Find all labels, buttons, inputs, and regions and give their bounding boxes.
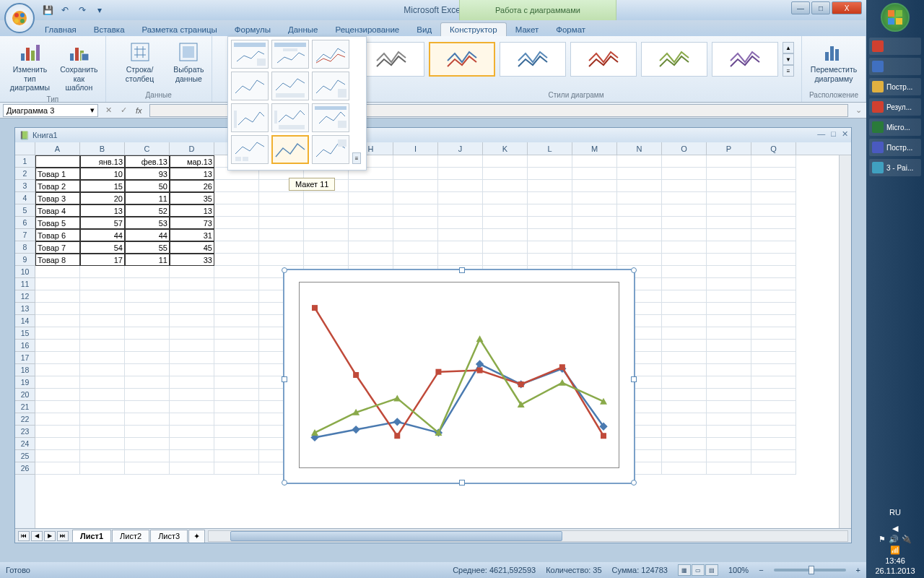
cell-P14[interactable] <box>707 315 751 327</box>
cell-A26[interactable] <box>35 462 80 475</box>
name-box-dropdown-icon[interactable]: ▾ <box>90 105 95 115</box>
cell-Q4[interactable] <box>751 192 796 204</box>
cell-P24[interactable] <box>707 438 751 450</box>
cell-G8[interactable] <box>304 241 349 254</box>
col-header-M[interactable]: M <box>572 142 617 155</box>
cell-D21[interactable] <box>170 401 214 413</box>
col-header-D[interactable]: D <box>170 142 214 155</box>
cell-H9[interactable] <box>349 254 393 266</box>
cell-L4[interactable] <box>528 192 572 204</box>
cell-L1[interactable] <box>528 155 572 168</box>
cell-C4[interactable]: 11 <box>125 192 170 204</box>
qat-dropdown-icon[interactable]: ▾ <box>92 3 107 17</box>
cell-Q3[interactable] <box>751 180 796 192</box>
cell-D3[interactable]: 26 <box>170 180 214 192</box>
cell-D9[interactable]: 33 <box>170 254 214 266</box>
cell-E21[interactable] <box>214 401 259 413</box>
row-header-3[interactable]: 3 <box>15 180 35 192</box>
cell-J3[interactable] <box>438 180 483 192</box>
cell-M2[interactable] <box>572 168 617 180</box>
view-page-break[interactable]: ▤ <box>705 564 718 576</box>
tab-formulas[interactable]: Формулы <box>226 23 279 36</box>
cell-D14[interactable] <box>170 315 214 327</box>
layout-1[interactable] <box>231 40 269 69</box>
cell-Q17[interactable] <box>751 352 796 364</box>
col-header-O[interactable]: O <box>662 142 707 155</box>
cell-K9[interactable] <box>483 254 528 266</box>
cell-F7[interactable] <box>259 229 304 241</box>
cell-K2[interactable] <box>483 168 528 180</box>
cell-A13[interactable] <box>35 303 80 315</box>
cell-K3[interactable] <box>483 180 528 192</box>
cell-N4[interactable] <box>617 192 662 204</box>
cell-P17[interactable] <box>707 352 751 364</box>
chart-handle-t[interactable] <box>459 267 465 273</box>
cell-E26[interactable] <box>214 462 259 475</box>
cell-D22[interactable] <box>170 413 214 426</box>
cell-B14[interactable] <box>80 315 125 327</box>
row-header-9[interactable]: 9 <box>15 254 35 266</box>
cell-B8[interactable]: 54 <box>80 241 125 254</box>
cell-D20[interactable] <box>170 389 214 401</box>
cell-L3[interactable] <box>528 180 572 192</box>
row-header-21[interactable]: 21 <box>15 401 35 413</box>
cell-A16[interactable] <box>35 340 80 352</box>
layout-3[interactable] <box>312 40 349 69</box>
cell-Q20[interactable] <box>751 389 796 401</box>
cell-C3[interactable]: 50 <box>125 180 170 192</box>
layout-12[interactable] <box>312 135 349 164</box>
cell-O10[interactable] <box>662 266 707 278</box>
cell-O5[interactable] <box>662 204 707 217</box>
cell-B22[interactable] <box>80 413 125 426</box>
start-button[interactable] <box>881 3 910 32</box>
cell-N3[interactable] <box>617 180 662 192</box>
cell-O16[interactable] <box>662 340 707 352</box>
chart-handle-b[interactable] <box>459 480 465 486</box>
cell-E9[interactable] <box>214 254 259 266</box>
layout-9[interactable] <box>312 103 349 132</box>
cell-C10[interactable] <box>125 266 170 278</box>
chart-style-6[interactable] <box>712 42 778 77</box>
cell-I7[interactable] <box>393 229 438 241</box>
cell-P3[interactable] <box>707 180 751 192</box>
save-template-button[interactable]: Сохранить как шаблон <box>57 39 101 94</box>
cell-B21[interactable] <box>80 401 125 413</box>
tray-network-icon[interactable]: 📶 <box>890 545 900 555</box>
row-header-13[interactable]: 13 <box>15 303 35 315</box>
cell-O6[interactable] <box>662 217 707 229</box>
taskbar-item-5[interactable]: 3 - Pai... <box>869 159 921 176</box>
cell-E7[interactable] <box>214 229 259 241</box>
layout-11[interactable] <box>271 135 309 164</box>
sheet-nav-next[interactable]: ▶ <box>44 531 56 541</box>
cell-Q10[interactable] <box>751 266 796 278</box>
cell-B20[interactable] <box>80 389 125 401</box>
cell-E14[interactable] <box>214 315 259 327</box>
vertical-scrollbar[interactable] <box>839 155 851 528</box>
cell-D24[interactable] <box>170 438 214 450</box>
cell-J5[interactable] <box>438 204 483 217</box>
cell-A8[interactable]: Товар 7 <box>35 241 80 254</box>
taskbar-item-4[interactable]: Постр... <box>869 139 921 156</box>
cell-C20[interactable] <box>125 389 170 401</box>
maximize-button[interactable]: □ <box>811 1 830 14</box>
cell-Q24[interactable] <box>751 438 796 450</box>
taskbar-item-2[interactable]: Резул... <box>869 98 921 116</box>
cell-E23[interactable] <box>214 426 259 438</box>
cell-C7[interactable]: 44 <box>125 229 170 241</box>
view-normal[interactable]: ▦ <box>678 564 691 576</box>
cell-C19[interactable] <box>125 376 170 389</box>
cell-B12[interactable] <box>80 290 125 303</box>
cell-M3[interactable] <box>572 180 617 192</box>
sheet-tab-1[interactable]: Лист1 <box>72 530 111 542</box>
cell-B7[interactable]: 44 <box>80 229 125 241</box>
cell-M4[interactable] <box>572 192 617 204</box>
cell-L6[interactable] <box>528 217 572 229</box>
cell-L9[interactable] <box>528 254 572 266</box>
cell-O3[interactable] <box>662 180 707 192</box>
cell-D25[interactable] <box>170 450 214 462</box>
cell-D10[interactable] <box>170 266 214 278</box>
cell-N6[interactable] <box>617 217 662 229</box>
taskbar-shortcut-2[interactable] <box>869 58 921 75</box>
cell-F6[interactable] <box>259 217 304 229</box>
hscroll-thumb[interactable] <box>230 531 562 541</box>
